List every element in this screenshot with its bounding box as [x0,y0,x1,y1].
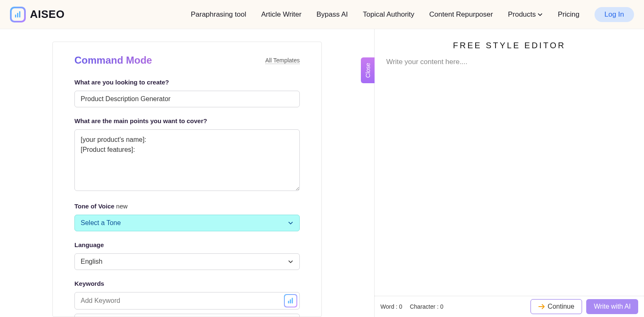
close-tab-text: Close [365,63,371,78]
editor-area[interactable]: Write your content here.... [375,58,644,296]
keywords-label: Keywords [74,280,300,287]
right-panel: Close FREE STYLE EDITOR Write your conte… [374,29,644,317]
language-label: Language [74,241,300,248]
logo-icon [10,7,26,22]
close-tab[interactable]: Close [361,57,375,83]
tone-label: Tone of Voice new [74,203,300,210]
keyword-generate-button[interactable] [284,294,297,307]
nav-products-label: Products [508,10,536,19]
chevron-down-icon [537,12,543,17]
keywords-field-group: Keywords [74,280,300,317]
chevron-down-icon [288,220,294,226]
editor-footer: Word : 0 Character : 0 Continue Write wi… [375,296,644,317]
svg-rect-4 [290,299,291,303]
svg-rect-2 [19,11,20,17]
create-label: What are you looking to create? [74,79,300,86]
write-ai-button[interactable]: Write with AI [586,299,638,314]
main-points-label: What are the main points you want to cov… [74,117,300,124]
left-panel: Command Mode All Templates What are you … [0,29,374,317]
create-field-group: What are you looking to create? [74,79,300,107]
nav-article-writer[interactable]: Article Writer [261,10,301,19]
footer-right: Continue Write with AI [530,299,638,314]
tone-select-text: Select a Tone [81,219,121,227]
nav-pricing[interactable]: Pricing [558,10,580,19]
main-points-field-group: What are the main points you want to cov… [74,117,300,193]
char-count: Character : 0 [410,303,444,310]
logo[interactable]: AISEO [10,7,64,22]
keyword-wrap [74,292,300,310]
create-input[interactable] [74,91,300,107]
svg-rect-5 [292,298,293,304]
suggested-keywords-box: Suggested SEO keywords [74,314,300,317]
word-count: Word : 0 [380,303,402,310]
form-container: Command Mode All Templates What are you … [52,42,322,317]
form-header: Command Mode All Templates [74,46,300,66]
chevron-down-icon [288,259,294,265]
tone-field-group: Tone of Voice new Select a Tone [74,203,300,231]
logo-bars-icon [14,10,22,19]
nav-paraphrasing[interactable]: Paraphrasing tool [191,10,246,19]
nav: Paraphrasing tool Article Writer Bypass … [191,7,634,22]
language-value: English [81,258,102,265]
nav-content-repurposer[interactable]: Content Repurposer [429,10,493,19]
header: AISEO Paraphrasing tool Article Writer B… [0,0,644,29]
svg-rect-3 [288,301,289,303]
tone-badge: new [116,203,128,210]
bars-icon [287,297,294,305]
svg-rect-0 [15,15,16,17]
svg-rect-1 [17,13,18,17]
keyword-input[interactable] [74,292,300,310]
language-field-group: Language English [74,241,300,270]
continue-button[interactable]: Continue [530,299,582,314]
login-button[interactable]: Log In [595,7,634,22]
nav-topical-authority[interactable]: Topical Authority [363,10,415,19]
tone-label-text: Tone of Voice [74,203,114,210]
logo-text: AISEO [30,8,64,21]
nav-bypass-ai[interactable]: Bypass AI [316,10,348,19]
language-select[interactable]: English [74,253,300,270]
editor-title: FREE STYLE EDITOR [375,29,644,58]
tone-select[interactable]: Select a Tone [74,215,300,231]
main-points-textarea[interactable]: [your product's name]: [Product features… [74,129,300,191]
command-mode-title: Command Mode [74,54,152,66]
main: Command Mode All Templates What are you … [0,29,644,317]
editor-placeholder: Write your content here.... [386,58,467,66]
all-templates-link[interactable]: All Templates [265,57,300,64]
arrow-right-icon [538,304,545,310]
continue-label: Continue [548,303,574,310]
nav-products[interactable]: Products [508,10,543,19]
